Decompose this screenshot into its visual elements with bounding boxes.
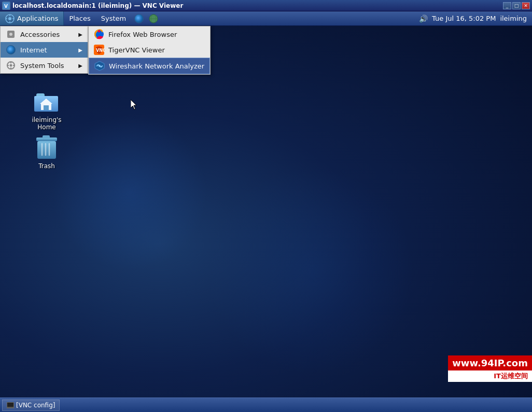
system-label: System bbox=[101, 15, 126, 22]
globe-icon bbox=[134, 14, 144, 23]
datetime: Tue Jul 16, 5:02 PM bbox=[432, 15, 496, 22]
vnc-taskbar-icon bbox=[7, 402, 14, 408]
svg-point-34 bbox=[99, 65, 101, 67]
svg-rect-27 bbox=[7, 65, 9, 66]
svg-point-3 bbox=[8, 17, 11, 20]
minimize-button[interactable]: _ bbox=[503, 2, 511, 9]
internet-label: Internet bbox=[20, 46, 47, 54]
vnc-taskbar-label: [VNC config] bbox=[16, 402, 55, 409]
system-tools-icon bbox=[6, 60, 16, 71]
applications-label: Applications bbox=[17, 15, 58, 22]
svg-rect-14 bbox=[44, 105, 49, 110]
title-buttons: _ □ ✕ bbox=[503, 2, 530, 9]
wireshark-icon-wrapper bbox=[94, 61, 105, 71]
home-icon-label: ileiming's Home bbox=[28, 116, 65, 131]
menu-item-accessories[interactable]: Accessories ▶ bbox=[1, 26, 88, 42]
svg-rect-25 bbox=[10, 61, 11, 63]
places-label: Places bbox=[69, 15, 90, 22]
svg-rect-16 bbox=[36, 138, 57, 141]
watermark: www.94IP.com IT运维空间 bbox=[448, 355, 532, 382]
close-button[interactable]: ✕ bbox=[522, 2, 530, 9]
applications-menu-button[interactable]: Applications bbox=[0, 11, 64, 25]
system-tools-arrow: ▶ bbox=[78, 63, 82, 68]
username: ileiming bbox=[500, 15, 527, 22]
accessories-label: Accessories bbox=[20, 31, 60, 38]
firefox-label: Firefox Web Browser bbox=[108, 31, 177, 38]
applications-dropdown: Accessories ▶ Internet ▶ bbox=[0, 26, 88, 74]
svg-rect-36 bbox=[7, 403, 13, 407]
places-menu-button[interactable]: Places bbox=[64, 11, 95, 25]
trash-icon bbox=[35, 135, 58, 160]
sound-icon: 🔊 bbox=[419, 15, 428, 23]
vnc-window: V localhost.localdomain:1 (ileiming) — V… bbox=[0, 0, 532, 412]
firefox-icon-wrapper bbox=[94, 29, 104, 39]
internet-globe-icon bbox=[6, 45, 16, 54]
wireshark-icon bbox=[94, 61, 105, 71]
wireshark-label: Wireshark Network Analyzer bbox=[109, 62, 204, 70]
watermark-line1: www.94IP.com bbox=[448, 355, 532, 370]
mouse-cursor bbox=[131, 100, 138, 112]
panel-left: Applications Places System bbox=[0, 11, 160, 25]
desktop: Applications Places System bbox=[0, 11, 532, 397]
svg-rect-26 bbox=[10, 67, 11, 70]
accessories-icon bbox=[6, 29, 16, 39]
system-tools-label: System Tools bbox=[20, 62, 64, 70]
svg-point-24 bbox=[10, 64, 12, 67]
trash-icon-label: Trash bbox=[38, 162, 55, 170]
desktop-icon-home[interactable]: ileiming's Home bbox=[26, 89, 67, 133]
svg-rect-17 bbox=[37, 141, 56, 159]
tigervnc-label: TigerVNC Viewer bbox=[108, 46, 165, 54]
applications-icon bbox=[5, 14, 15, 23]
title-icon: V bbox=[2, 2, 10, 10]
svg-rect-28 bbox=[13, 65, 15, 66]
svg-text:VNC: VNC bbox=[96, 48, 104, 53]
internet-menu-icon bbox=[6, 45, 16, 55]
title-bar-left: V localhost.localdomain:1 (ileiming) — V… bbox=[2, 2, 183, 10]
internet-arrow: ▶ bbox=[78, 47, 82, 53]
title-text: localhost.localdomain:1 (ileiming) — VNC… bbox=[12, 2, 183, 9]
panel-right: 🔊 Tue Jul 16, 5:02 PM ileiming bbox=[419, 15, 532, 23]
firefox-icon bbox=[94, 29, 104, 39]
world-globe-icon bbox=[149, 14, 158, 23]
world-icon bbox=[147, 14, 160, 23]
svg-point-22 bbox=[9, 33, 12, 36]
vnc-taskbar-item[interactable]: [VNC config] bbox=[2, 400, 60, 411]
maximize-button[interactable]: □ bbox=[512, 2, 521, 9]
submenu-item-tigervnc[interactable]: VNC TigerVNC Viewer bbox=[89, 42, 210, 58]
home-folder-icon bbox=[34, 91, 59, 114]
desktop-icon-trash[interactable]: Trash bbox=[26, 133, 67, 172]
watermark-line2: IT运维空间 bbox=[448, 370, 532, 382]
accessories-arrow: ▶ bbox=[78, 32, 82, 37]
svg-point-30 bbox=[97, 32, 101, 36]
menu-item-system-tools[interactable]: System Tools ▶ bbox=[1, 58, 88, 73]
taskbar: [VNC config] bbox=[0, 397, 532, 412]
network-status-icon bbox=[131, 14, 147, 23]
tigervnc-icon: VNC bbox=[94, 45, 104, 55]
system-menu-button[interactable]: System bbox=[96, 11, 131, 25]
tigervnc-icon-wrapper: VNC bbox=[94, 45, 104, 55]
menu-item-internet[interactable]: Internet ▶ bbox=[1, 42, 88, 58]
submenu-item-wireshark[interactable]: Wireshark Network Analyzer bbox=[89, 58, 210, 74]
svg-text:V: V bbox=[4, 4, 8, 9]
submenu-item-firefox[interactable]: Firefox Web Browser bbox=[89, 26, 210, 42]
top-panel: Applications Places System bbox=[0, 11, 532, 26]
title-bar: V localhost.localdomain:1 (ileiming) — V… bbox=[0, 0, 532, 11]
internet-submenu: Firefox Web Browser VNC TigerVNC Viewer bbox=[88, 26, 211, 75]
